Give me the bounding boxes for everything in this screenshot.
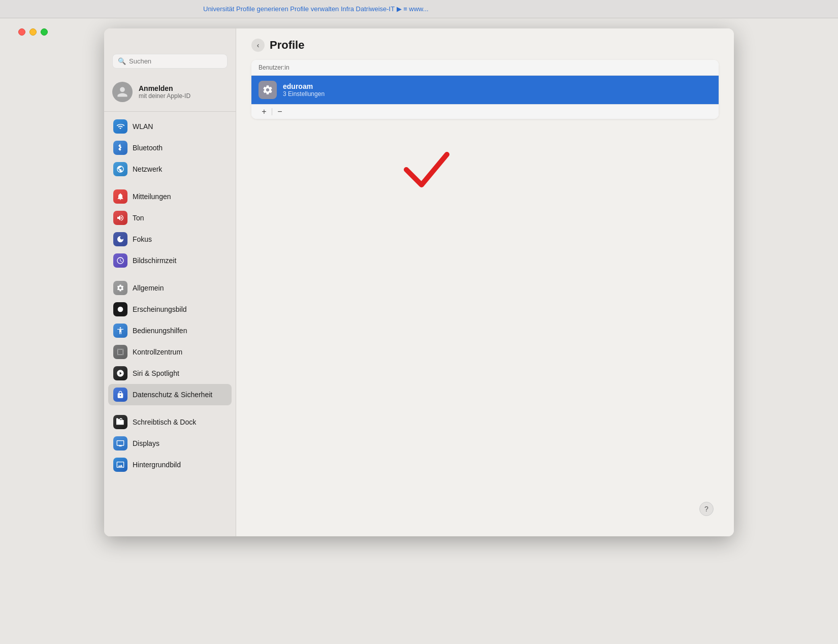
- sidebar-item-mitteilungen[interactable]: Mitteilungen: [108, 186, 232, 207]
- user-name: Anmelden: [139, 84, 190, 92]
- window: 🔍 Anmelden mit deiner Apple-ID: [104, 28, 734, 536]
- main-empty-area: ?: [251, 119, 719, 536]
- sidebar-item-fokus-label: Fokus: [133, 235, 152, 243]
- sidebar-item-kontrollzentrum[interactable]: Kontrollzentrum: [108, 341, 232, 363]
- panel-section-label: Benutzer:in: [251, 60, 719, 76]
- profile-sub: 3 Einstellungen: [283, 90, 712, 98]
- profile-panel: Benutzer:in eduroam 3 Einstellungen + −: [251, 60, 719, 119]
- netzwerk-icon: [113, 162, 127, 176]
- siri-icon: [113, 366, 127, 380]
- sidebar-item-displays-label: Displays: [133, 439, 159, 447]
- svg-point-0: [118, 307, 123, 312]
- sidebar-item-hintergrund-label: Hintergrundbild: [133, 461, 181, 469]
- search-box[interactable]: 🔍: [112, 54, 228, 69]
- bedienungshilfen-icon: [113, 324, 127, 338]
- bluetooth-icon: [113, 141, 127, 155]
- user-section[interactable]: Anmelden mit deiner Apple-ID: [104, 75, 236, 109]
- sidebar-item-netzwerk[interactable]: Netzwerk: [108, 158, 232, 180]
- sidebar-items: WLAN Bluetooth Netzwerk: [104, 114, 236, 536]
- sidebar-item-bildschirmzeit-label: Bildschirmzeit: [133, 256, 176, 265]
- browser-bar-text: Universität Profile generieren Profile v…: [203, 5, 429, 13]
- minimize-button[interactable]: [29, 28, 37, 36]
- back-button[interactable]: ‹: [251, 39, 265, 52]
- avatar: [112, 82, 133, 102]
- sidebar-item-wlan-label: WLAN: [133, 122, 153, 131]
- profile-info: eduroam 3 Einstellungen: [283, 82, 712, 98]
- traffic-lights: [18, 28, 48, 36]
- profile-icon: [259, 81, 277, 99]
- hintergrund-icon: [113, 458, 127, 472]
- sidebar-item-bedienungshilfen[interactable]: Bedienungshilfen: [108, 320, 232, 341]
- sidebar-item-schreibtisch-label: Schreibtisch & Dock: [133, 418, 196, 426]
- sidebar-item-allgemein-label: Allgemein: [133, 284, 164, 292]
- sidebar-divider: [104, 111, 236, 112]
- browser-bar: Universität Profile generieren Profile v…: [0, 0, 838, 18]
- sidebar-item-ton[interactable]: Ton: [108, 207, 232, 229]
- sidebar-item-bluetooth[interactable]: Bluetooth: [108, 137, 232, 158]
- sidebar-item-hintergrund[interactable]: Hintergrundbild: [108, 454, 232, 475]
- close-button[interactable]: [18, 28, 25, 36]
- profile-name: eduroam: [283, 82, 712, 90]
- sidebar-item-bedienungshilfen-label: Bedienungshilfen: [133, 327, 187, 335]
- search-input[interactable]: [129, 57, 222, 65]
- sidebar-item-schreibtisch[interactable]: Schreibtisch & Dock: [108, 411, 232, 433]
- displays-icon: [113, 436, 127, 450]
- page-header: ‹ Profile: [236, 28, 734, 60]
- gap-1: [108, 180, 232, 186]
- gap-3: [108, 405, 232, 411]
- sidebar-item-netzwerk-label: Netzwerk: [133, 165, 162, 173]
- search-icon: 🔍: [118, 57, 126, 65]
- sidebar-top: 🔍: [104, 28, 236, 75]
- gap-2: [108, 271, 232, 277]
- panel-toolbar: + −: [251, 104, 719, 119]
- sidebar-item-ton-label: Ton: [133, 214, 144, 222]
- help-button[interactable]: ?: [699, 502, 714, 516]
- sidebar-item-fokus[interactable]: Fokus: [108, 229, 232, 250]
- sidebar-item-kontrollzentrum-label: Kontrollzentrum: [133, 348, 182, 356]
- allgemein-icon: [113, 281, 127, 295]
- mitteilungen-icon: [113, 189, 127, 204]
- sidebar-item-displays[interactable]: Displays: [108, 433, 232, 454]
- datenschutz-icon: [113, 388, 127, 402]
- wlan-icon: [113, 119, 127, 134]
- bildschirmzeit-icon: [113, 253, 127, 268]
- page-title: Profile: [270, 39, 304, 52]
- erscheinungsbild-icon: [113, 302, 127, 316]
- sidebar-item-wlan[interactable]: WLAN: [108, 116, 232, 137]
- ton-icon: [113, 211, 127, 225]
- sidebar-item-mitteilungen-label: Mitteilungen: [133, 192, 171, 201]
- sidebar-item-datenschutz[interactable]: Datenschutz & Sicherheit: [108, 384, 232, 405]
- user-info: Anmelden mit deiner Apple-ID: [139, 84, 190, 100]
- user-subtitle: mit deiner Apple-ID: [139, 92, 190, 100]
- remove-profile-button[interactable]: −: [273, 107, 286, 117]
- sidebar-item-erscheinungsbild[interactable]: Erscheinungsbild: [108, 299, 232, 320]
- schreibtisch-icon: [113, 415, 127, 429]
- fokus-icon: [113, 232, 127, 246]
- sidebar-item-erscheinungsbild-label: Erscheinungsbild: [133, 305, 187, 313]
- main-content: ‹ Profile Benutzer:in eduroam 3 Einstell…: [236, 28, 734, 536]
- profile-row[interactable]: eduroam 3 Einstellungen: [251, 76, 719, 104]
- sidebar-item-siri-label: Siri & Spotlight: [133, 369, 179, 377]
- kontrollzentrum-icon: [113, 345, 127, 359]
- sidebar-item-datenschutz-label: Datenschutz & Sicherheit: [133, 391, 212, 399]
- sidebar-item-bluetooth-label: Bluetooth: [133, 144, 163, 152]
- sidebar-item-bildschirmzeit[interactable]: Bildschirmzeit: [108, 250, 232, 271]
- checkmark-icon: [404, 149, 449, 190]
- sidebar-item-siri[interactable]: Siri & Spotlight: [108, 363, 232, 384]
- fullscreen-button[interactable]: [41, 28, 48, 36]
- add-profile-button[interactable]: +: [257, 107, 271, 117]
- toolbar-divider: [272, 108, 272, 115]
- sidebar-item-allgemein[interactable]: Allgemein: [108, 277, 232, 299]
- sidebar: 🔍 Anmelden mit deiner Apple-ID: [104, 28, 236, 536]
